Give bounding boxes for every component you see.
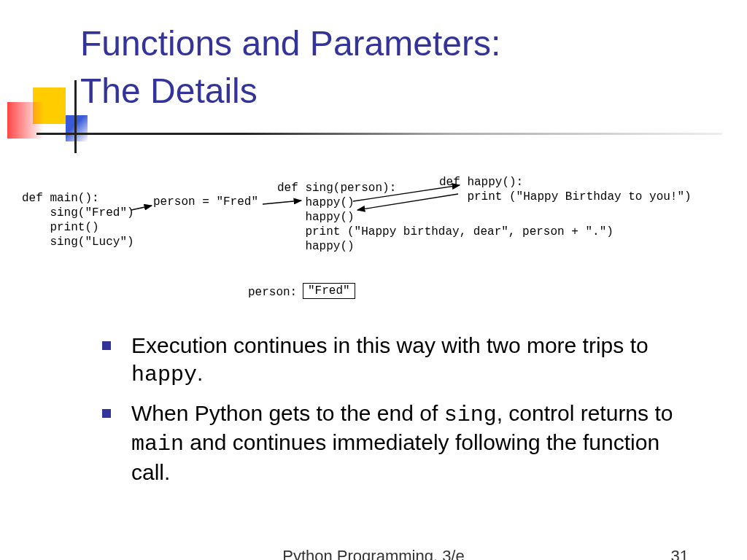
title-line1: Functions and Parameters:: [80, 24, 500, 63]
page-number: 31: [671, 547, 689, 560]
svg-line-1: [131, 206, 152, 210]
bullet-item-2: When Python gets to the end of sing, con…: [102, 400, 686, 486]
code-main: def main(): sing("Fred") print() sing("L…: [22, 191, 134, 249]
code-diagram: def main(): sing("Fred") print() sing("L…: [22, 175, 729, 306]
decorative-corner: [7, 80, 80, 146]
slide-title: Functions and Parameters: The Details: [80, 20, 500, 115]
title-underline: [36, 133, 722, 135]
deco-blue-square: [66, 115, 88, 141]
var-value-box: "Fred": [303, 283, 355, 299]
title-line2: The Details: [80, 71, 258, 110]
footer-text: Python Programming, 3/e: [0, 547, 747, 560]
code-happy: def happy(): print ("Happy Birthday to y…: [439, 175, 692, 204]
deco-vertical-line: [74, 80, 77, 153]
bullet-item-1: Execution continues in this way with two…: [102, 332, 686, 389]
var-label: person:: [248, 286, 297, 299]
bullet-list: Execution continues in this way with two…: [102, 332, 686, 497]
assign-label: person = "Fred": [153, 195, 258, 209]
var-value: "Fred": [308, 284, 350, 298]
